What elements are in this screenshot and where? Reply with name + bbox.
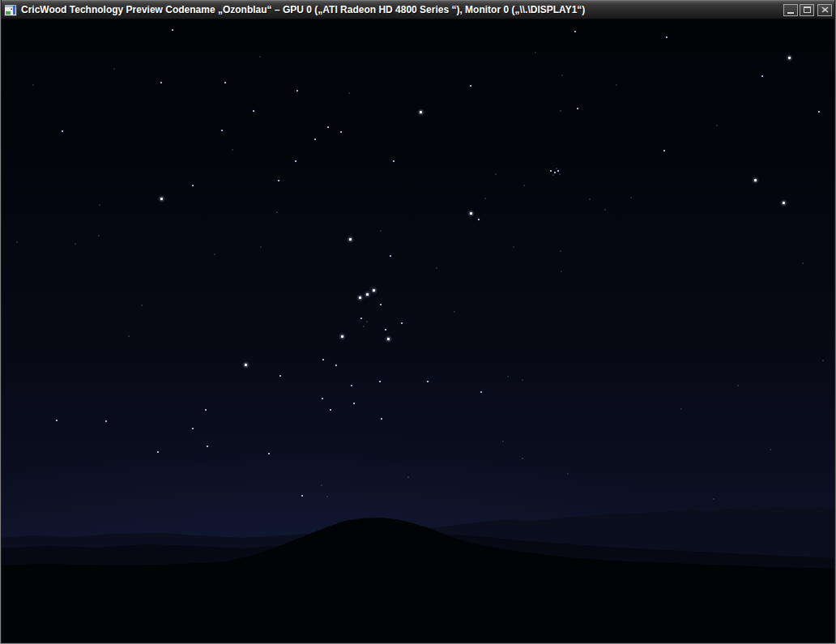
window-controls [782,4,834,16]
close-icon [821,6,829,13]
window-title: CricWood Technology Preview Codename „Oz… [21,4,585,15]
title-bar[interactable]: CricWood Technology Preview Codename „Oz… [0,0,836,19]
minimize-button[interactable] [783,4,798,16]
application-icon[interactable] [4,4,17,16]
terrain-silhouette [0,19,836,644]
close-button[interactable] [817,4,832,16]
maximize-icon [804,6,811,13]
minimize-icon [787,12,794,14]
maximize-button[interactable] [800,4,814,16]
render-viewport[interactable] [0,19,836,644]
app-window: CricWood Technology Preview Codename „Oz… [0,0,836,644]
